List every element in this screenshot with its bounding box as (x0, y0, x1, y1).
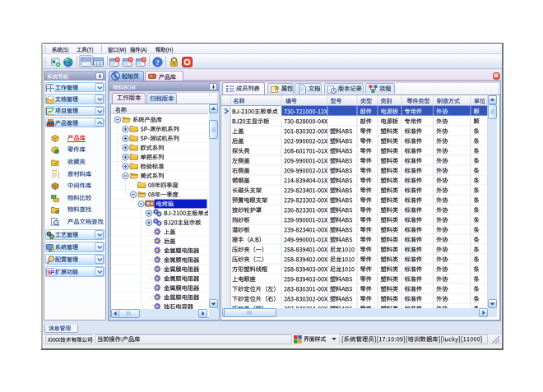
svg-text:?: ? (155, 58, 160, 67)
svg-text:P: P (50, 269, 54, 276)
